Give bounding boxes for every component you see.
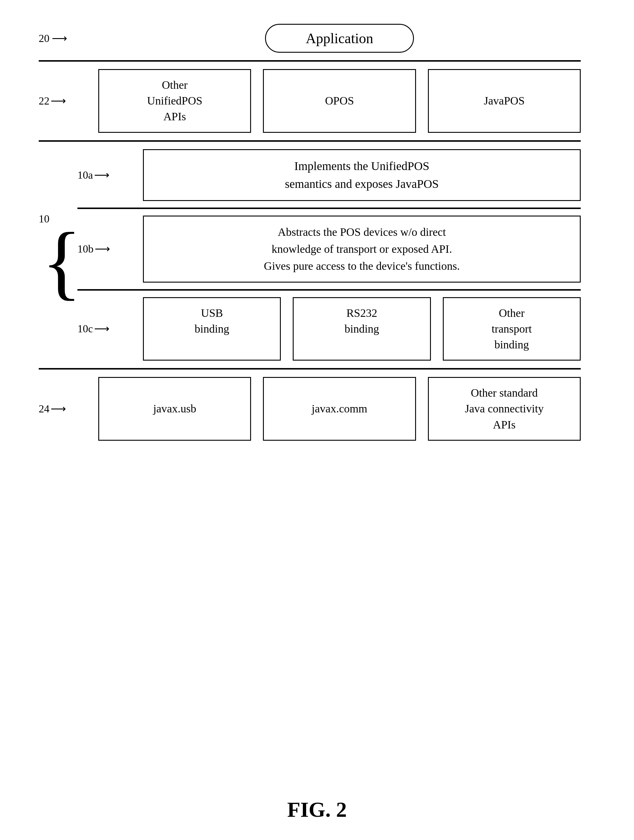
row-10b: 10b ⟶ Abstracts the POS devices w/o dire…	[77, 216, 581, 283]
arrow-10b: ⟶	[95, 243, 110, 255]
row24-box3: Other standardJava connectivityAPIs	[428, 377, 581, 441]
divider-3	[39, 368, 581, 369]
label-22-text: 22	[39, 95, 49, 107]
figure-label: FIG. 2	[287, 797, 347, 822]
divider-2	[39, 140, 581, 142]
row10c-box3: Othertransportbinding	[443, 297, 581, 361]
divider-1	[39, 60, 581, 62]
application-area: Application	[98, 24, 581, 53]
arrow-24: ⟶	[51, 403, 66, 415]
inner-divider-2	[77, 289, 581, 291]
diagram: 20 ⟶ Application 22 ⟶ OtherUnifiedPOSAPI…	[39, 24, 581, 444]
row10c-box2: RS232binding	[293, 297, 431, 361]
label-10b: 10b ⟶	[77, 243, 143, 255]
arrow-10c: ⟶	[94, 322, 109, 335]
row-24-boxes: javax.usb javax.comm Other standardJava …	[98, 377, 581, 441]
inner-divider-1	[77, 208, 581, 209]
label-20-text: 20	[39, 32, 49, 45]
row-10b-boxes: Abstracts the POS devices w/o directknow…	[143, 216, 581, 283]
row24-box1: javax.usb	[98, 377, 251, 441]
label-20: 20 ⟶	[39, 32, 98, 45]
arrow-22: ⟶	[51, 95, 66, 107]
row10c-box1: USBbinding	[143, 297, 281, 361]
group-10: 10 { 10a ⟶ Implements the UnifiedPOSsema…	[39, 149, 581, 361]
arrow-20: ⟶	[52, 32, 67, 45]
label-10b-text: 10b	[77, 243, 93, 255]
label-10c-text: 10c	[77, 322, 93, 335]
row-10c: 10c ⟶ USBbinding RS232binding Othertrans…	[77, 297, 581, 361]
label-22: 22 ⟶	[39, 95, 98, 107]
row-10a: 10a ⟶ Implements the UnifiedPOSsemantics…	[77, 149, 581, 201]
row-22: 22 ⟶ OtherUnifiedPOSAPIs OPOS JavaPOS	[39, 69, 581, 133]
application-box: Application	[265, 24, 414, 53]
row22-box2: OPOS	[263, 69, 416, 133]
label-10a: 10a ⟶	[77, 169, 143, 182]
label-10a-text: 10a	[77, 169, 93, 182]
bracket-brace: {	[42, 226, 82, 297]
arrow-10a: ⟶	[94, 169, 109, 182]
row22-box3: JavaPOS	[428, 69, 581, 133]
row-10a-boxes: Implements the UnifiedPOSsemantics and e…	[143, 149, 581, 201]
app-row: 20 ⟶ Application	[39, 24, 581, 53]
label-24-text: 24	[39, 403, 49, 415]
row22-box1: OtherUnifiedPOSAPIs	[98, 69, 251, 133]
row-10c-boxes: USBbinding RS232binding Othertransportbi…	[143, 297, 581, 361]
row-24: 24 ⟶ javax.usb javax.comm Other standard…	[39, 377, 581, 441]
label-10c: 10c ⟶	[77, 322, 143, 335]
row10a-box: Implements the UnifiedPOSsemantics and e…	[143, 149, 581, 201]
group-10-content: 10a ⟶ Implements the UnifiedPOSsemantics…	[77, 149, 581, 361]
row10b-box: Abstracts the POS devices w/o directknow…	[143, 216, 581, 283]
row-22-boxes: OtherUnifiedPOSAPIs OPOS JavaPOS	[98, 69, 581, 133]
label-24: 24 ⟶	[39, 403, 98, 415]
row24-box2: javax.comm	[263, 377, 416, 441]
bracket-side: 10 {	[39, 149, 77, 361]
